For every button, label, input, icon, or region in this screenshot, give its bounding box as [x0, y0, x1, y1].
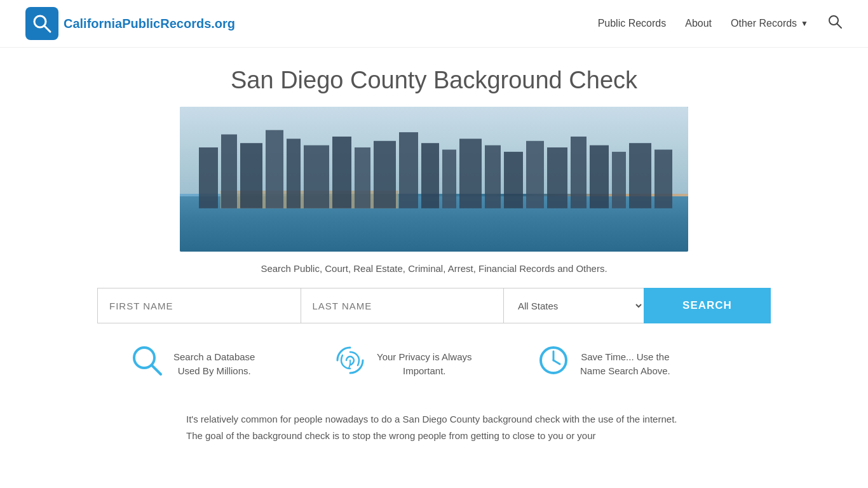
svg-rect-5 — [221, 134, 237, 208]
search-icon[interactable] — [827, 14, 843, 33]
svg-rect-17 — [485, 145, 501, 208]
nav-public-records[interactable]: Public Records — [598, 18, 667, 29]
feature-time-text: Save Time... Use the Name Search Above. — [580, 350, 670, 379]
feature-privacy-text: Your Privacy is Always Important. — [377, 350, 472, 379]
feature-search: Search a Database Used By Millions. — [129, 342, 332, 386]
svg-rect-10 — [332, 137, 351, 208]
feature-search-text: Search a Database Used By Millions. — [173, 350, 255, 379]
features-row: Search a Database Used By Millions. Your… — [97, 342, 771, 386]
dropdown-caret-icon: ▼ — [801, 19, 808, 28]
search-db-icon — [129, 342, 165, 386]
svg-rect-22 — [590, 145, 609, 208]
svg-rect-13 — [399, 132, 418, 208]
svg-rect-9 — [304, 145, 329, 208]
clock-icon — [536, 342, 571, 386]
page-title: San Diego County Background Check — [97, 67, 771, 94]
svg-rect-18 — [504, 152, 523, 208]
hero-image — [180, 107, 688, 252]
svg-rect-16 — [459, 139, 482, 208]
svg-rect-24 — [629, 143, 651, 208]
svg-rect-19 — [526, 141, 544, 208]
search-button[interactable]: SEARCH — [644, 288, 771, 323]
svg-rect-8 — [287, 139, 301, 208]
nav-about[interactable]: About — [685, 18, 712, 29]
svg-line-30 — [553, 360, 560, 364]
svg-rect-20 — [547, 147, 567, 208]
svg-rect-25 — [654, 149, 672, 208]
state-select[interactable]: All StatesAlabamaAlaskaArizonaArkansasCa… — [504, 288, 644, 323]
feature-time: Save Time... Use the Name Search Above. — [536, 342, 739, 386]
svg-rect-6 — [240, 143, 262, 208]
logo-icon — [25, 7, 58, 40]
svg-rect-14 — [421, 143, 439, 208]
nav-other-records[interactable]: Other Records ▼ — [731, 18, 808, 29]
svg-line-1 — [44, 26, 50, 32]
svg-rect-23 — [612, 152, 626, 208]
svg-line-27 — [152, 365, 161, 374]
svg-line-3 — [837, 24, 842, 29]
svg-rect-21 — [571, 137, 587, 208]
subtitle: Search Public, Court, Real Estate, Crimi… — [97, 263, 771, 274]
article-paragraph: It's relatively common for people nowada… — [173, 411, 695, 444]
feature-privacy: Your Privacy is Always Important. — [332, 342, 536, 386]
svg-rect-7 — [266, 130, 283, 208]
svg-rect-11 — [355, 147, 370, 208]
main-nav: Public Records About Other Records ▼ — [598, 14, 843, 33]
last-name-input[interactable] — [301, 288, 505, 323]
logo-area[interactable]: CaliforniaPublicRecords.org — [25, 7, 235, 40]
search-form: All StatesAlabamaAlaskaArizonaArkansasCa… — [97, 288, 771, 323]
svg-rect-12 — [374, 141, 396, 208]
svg-rect-15 — [442, 149, 456, 208]
svg-rect-4 — [199, 147, 218, 208]
first-name-input[interactable] — [97, 288, 301, 323]
logo-text: CaliforniaPublicRecords.org — [64, 17, 235, 31]
fingerprint-icon — [332, 342, 368, 386]
